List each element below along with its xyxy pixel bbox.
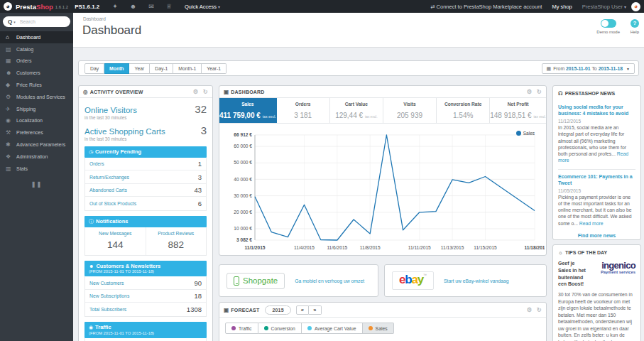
kpi-net-profit[interactable]: Net Profit 148 918,51 € tax excl. [490,98,546,123]
kpi-cart-value[interactable]: Cart Value 129,44 € tax excl. [330,98,383,123]
ebay-ad-link[interactable]: Start uw eBay-winkel vandaag [444,278,508,283]
sidebar-item-orders[interactable]: ▦Orders [0,55,73,67]
kpi-visits[interactable]: Visits 205 939 [383,98,437,123]
new-subscriptions-row[interactable]: New Subscriptions18 [85,290,206,303]
sidebar-search[interactable]: Q ▾ Search [3,16,70,27]
modules-icon: ⚙ [6,94,16,100]
customers-icon[interactable]: ☻ [130,3,136,10]
chart-legend[interactable]: Sales [516,131,535,136]
svg-text:40 000 €: 40 000 € [234,177,252,182]
sidebar-item-catalog[interactable]: ▤Catalog [0,43,73,55]
gear-icon[interactable]: ⚙ [527,306,533,313]
ingenico-logo[interactable]: ingenico Payment services [591,261,635,275]
demo-mode-toggle[interactable] [601,19,616,28]
tab-year-1[interactable]: Year-1 [202,63,227,74]
refresh-icon[interactable]: ↻ [203,88,208,95]
date-range-picker[interactable]: ▦ From 2015-11-01 To 2015-11-18 ▼ [542,63,635,74]
row-value: 6 [198,200,202,207]
sidebar-item-preferences[interactable]: ⚒Preferences [0,126,73,139]
sidebar-item-dashboard[interactable]: ⌂Dashboard [0,31,73,43]
kpi-conversion-rate[interactable]: Conversion Rate 1.54% [437,98,490,123]
legend-traffic-button[interactable]: Traffic [225,323,258,334]
divider [558,169,635,170]
sidebar-item-localization[interactable]: ◉Localization [0,115,73,127]
search-icon[interactable]: Q [8,18,12,25]
legend-average-cart-value-button[interactable]: Average Cart Value [302,323,363,334]
customers-icon: ☻ [6,70,16,76]
kpi-orders[interactable]: Orders 3 181 [277,98,330,123]
pending-row-returns[interactable]: Return/Exchanges3 [85,170,206,184]
messages-icon[interactable]: ✉ [148,3,154,10]
kpi-sales[interactable]: Sales 411 759,00 € tax excl. [219,98,277,123]
sidebar-item-administration[interactable]: ❖Administration [0,151,73,163]
svg-text:11/1/2015: 11/1/2015 [245,245,266,250]
news-article-title[interactable]: Ecommerce 101: Payments in a Tweet [558,173,635,186]
next-year-button[interactable]: » [309,305,321,315]
cart-icon[interactable]: ✦ [112,3,118,10]
gear-icon[interactable]: ⚙ [193,88,199,95]
previous-year-button[interactable]: « [296,305,309,315]
breadcrumb[interactable]: Dashboard [83,16,106,21]
google-analytics-link-row[interactable]: ▴ Link to your Google Analytics account [84,338,207,341]
tab-day-1[interactable]: Day-1 [150,63,173,74]
quick-access-menu[interactable]: Quick Access ▾ [185,4,220,10]
tips-of-the-day-panel: ☼ TIPS OF THE DAY ingenico Payment servi… [552,244,641,341]
news-article-excerpt: In 2015, social media are an integral pa… [558,124,635,163]
from-date: 2015-11-01 [566,66,590,71]
shopgate-logo[interactable]: Shopgate [227,273,285,289]
tab-month-1[interactable]: Month-1 [173,63,202,74]
marketplace-link[interactable]: ⇄ Connect to PrestaShop Marketplace acco… [430,4,542,10]
pending-row-orders[interactable]: Orders1 [85,158,206,171]
total-subscribers-row[interactable]: Total Subscribers1308 [85,303,206,316]
section-subtitle: (FROM 2015-11-01 TO 2015-11-18) [89,269,202,274]
shopgate-ad-link[interactable]: Ga mobiel en verhoog uw omzet [295,278,364,283]
customers-newsletters-section: ☻Customers & Newsletters(FROM 2015-11-01… [84,261,207,317]
new-customers-row[interactable]: New Customers90 [85,276,206,290]
pending-row-out-of-stock[interactable]: Out of Stock Products6 [85,197,206,210]
sidebar-item-advanced-parameters[interactable]: ✱Advanced Parameters [0,139,73,151]
legend-sales-button[interactable]: Sales [363,323,394,334]
sidebar-collapse-button[interactable]: ❚❚ [0,181,73,188]
sidebar-item-modules[interactable]: ⚙Modules and Services [0,91,73,103]
online-visitors-link[interactable]: Online Visitors [84,106,137,114]
tab-month[interactable]: Month [104,63,129,74]
refresh-icon[interactable]: ↻ [537,88,542,95]
sidebar-item-label: Administration [16,154,48,159]
trophy-icon[interactable]: ♕ [166,3,172,10]
sales-line-chart[interactable]: 66 912 €60 000 €50 000 €40 000 €30 000 €… [221,125,545,253]
customers-rows: New Customers90 New Subscriptions18 Tota… [84,276,207,317]
sidebar-item-customers[interactable]: ☻Customers [0,67,73,79]
prestashop-news-panel: ☊ PRESTASHOP NEWS Using social media for… [552,85,641,240]
kpi-label: Orders [277,102,329,107]
from-label: From [553,66,564,71]
new-messages-cell[interactable]: New Messages 144 [85,227,146,255]
product-reviews-cell[interactable]: Product Reviews 882 [146,227,207,255]
refresh-icon[interactable]: ↻ [537,306,542,313]
avatar[interactable]: ◕ [631,2,640,11]
sidebar-item-label: Shipping [16,107,36,112]
help-icon[interactable]: ? [631,19,639,28]
tab-year[interactable]: Year [129,63,150,74]
page-title: Dashboard [82,23,141,38]
sidebar-item-price-rules[interactable]: ◆Price Rules [0,79,73,91]
kpi-label: Visits [383,102,436,107]
brand-shop: Shop [36,3,53,11]
news-article-title[interactable]: Using social media for your business: 4 … [558,104,635,117]
dashboard-panel: ▣ DASHBOARD ⚙↻ Sales 411 759,00 € tax ex… [219,85,547,256]
panel-actions: ⚙↻ [527,306,542,313]
read-more-link[interactable]: Read more [579,221,604,226]
sidebar-item-stats[interactable]: ▥Stats [0,163,73,175]
find-more-news-link[interactable]: Find more news [558,233,635,238]
tab-day[interactable]: Day [84,63,104,74]
my-shop-link[interactable]: My shop [552,4,572,10]
pending-row-abandoned-carts[interactable]: Abandoned Carts43 [85,184,206,197]
ebay-logo[interactable]: ebay™ [392,271,434,290]
forecast-year-selector[interactable]: 2015 [265,305,290,315]
legend-conversion-button[interactable]: Conversion [258,323,302,334]
kpi-amount: 3 181 [294,112,312,119]
caret-down-icon[interactable]: ▾ [13,20,16,24]
user-menu[interactable]: PrestaShop User ▾ [582,4,626,10]
active-carts-link[interactable]: Active Shopping Carts [84,127,165,136]
sidebar-item-shipping[interactable]: ✈Shipping [0,103,73,115]
gear-icon[interactable]: ⚙ [527,88,533,95]
